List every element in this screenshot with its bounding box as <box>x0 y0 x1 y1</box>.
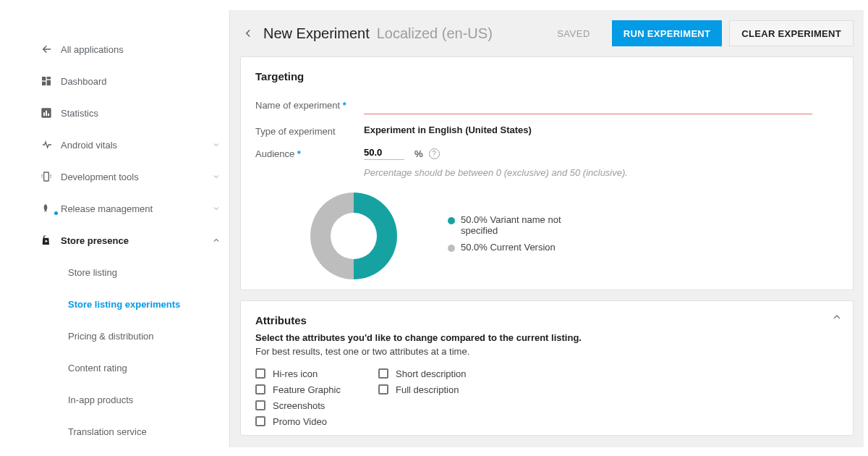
sidebar-item-development-tools[interactable]: Development tools <box>32 161 229 193</box>
sidebar-item-label: All applications <box>61 44 221 55</box>
audience-donut-chart <box>310 193 397 279</box>
clear-experiment-button[interactable]: CLEAR EXPERIMENT <box>729 20 854 46</box>
legend-text: 50.0% Variant name not specified <box>461 214 578 236</box>
chevron-down-icon <box>212 204 221 213</box>
sidebar-sub-label: In-app products <box>68 394 133 405</box>
attributes-help-bold: Select the attributes you'd like to chan… <box>255 332 838 343</box>
page-subtitle: Localized (en-US) <box>377 25 493 42</box>
back-arrow-icon <box>41 43 61 56</box>
targeting-heading: Targeting <box>255 70 838 83</box>
checkbox-icon <box>255 400 265 410</box>
checkbox-screenshots[interactable]: Screenshots <box>255 397 378 413</box>
sidebar-item-label: Store presence <box>61 235 212 246</box>
checkbox-label: Full description <box>396 384 459 395</box>
checkbox-label: Hi-res icon <box>273 368 318 379</box>
sidebar-item-android-vitals[interactable]: Android vitals <box>32 129 229 161</box>
sidebar-sub-content-rating[interactable]: Content rating <box>32 352 229 384</box>
swatch-icon <box>448 217 455 224</box>
store-icon <box>41 235 61 246</box>
checkbox-hires-icon[interactable]: Hi-res icon <box>255 366 378 381</box>
swatch-icon <box>448 245 455 252</box>
svg-rect-3 <box>42 82 46 85</box>
svg-rect-0 <box>42 77 46 80</box>
help-icon[interactable]: ? <box>429 148 440 159</box>
sidebar-sub-label: Translation service <box>68 426 147 437</box>
sidebar-item-label: Release management <box>61 203 212 214</box>
audience-label: Audience * <box>255 147 364 159</box>
checkbox-icon <box>378 368 388 379</box>
sidebar-sub-pricing-distribution[interactable]: Pricing & distribution <box>32 320 229 352</box>
attributes-help-plain: For best results, test one or two attrib… <box>255 346 838 357</box>
chevron-up-icon <box>212 236 221 245</box>
svg-rect-2 <box>47 80 51 85</box>
attributes-heading: Attributes <box>255 314 838 326</box>
svg-rect-7 <box>48 114 49 116</box>
audience-input[interactable] <box>364 147 404 160</box>
header-back-button[interactable] <box>236 21 260 46</box>
chevron-down-icon <box>212 172 221 181</box>
sidebar-item-label: Android vitals <box>61 140 212 151</box>
checkbox-label: Feature Graphic <box>273 384 341 395</box>
audience-hint: Percentage should be between 0 (exclusiv… <box>364 167 628 178</box>
legend-current: 50.0% Current Version <box>448 242 578 253</box>
sidebar-sub-translation-service[interactable]: Translation service <box>32 415 229 447</box>
main-content: New Experiment Localized (en-US) SAVED R… <box>230 10 864 447</box>
sidebar-sub-label: Content rating <box>68 363 127 373</box>
sidebar-sub-label: Pricing & distribution <box>68 331 154 342</box>
saved-status: SAVED <box>557 28 590 39</box>
sidebar-item-dashboard[interactable]: Dashboard <box>32 65 229 97</box>
sidebar-sub-label: Store listing <box>68 267 117 278</box>
targeting-card: Targeting Name of experiment * Type of e… <box>240 56 854 290</box>
type-of-experiment-value: Experiment in English (United States) <box>364 124 532 135</box>
chevron-up-icon[interactable] <box>831 311 843 323</box>
page-header: New Experiment Localized (en-US) SAVED R… <box>230 10 864 56</box>
checkbox-icon <box>378 384 388 394</box>
sidebar-item-label: Statistics <box>61 108 221 119</box>
checkbox-icon <box>255 384 265 394</box>
page-title: New Experiment <box>263 25 370 42</box>
chart-legend: 50.0% Variant name not specified 50.0% C… <box>448 214 578 258</box>
percent-symbol: % <box>414 148 423 159</box>
name-of-experiment-label: Name of experiment * <box>255 98 364 111</box>
audience-chart-row: 50.0% Variant name not specified 50.0% C… <box>255 188 838 287</box>
dashboard-icon <box>41 75 61 87</box>
chevron-down-icon <box>212 140 221 149</box>
svg-rect-6 <box>46 111 47 116</box>
checkbox-icon <box>255 368 265 379</box>
sidebar-sub-in-app-products[interactable]: In-app products <box>32 384 229 415</box>
sidebar-sub-label: Store listing experiments <box>68 299 180 310</box>
release-icon <box>41 203 61 214</box>
name-of-experiment-input[interactable] <box>364 98 812 114</box>
checkbox-label: Promo Video <box>273 416 327 427</box>
sidebar-item-label: Development tools <box>61 172 212 182</box>
legend-variant: 50.0% Variant name not specified <box>448 214 578 236</box>
attributes-card: Attributes Select the attributes you'd l… <box>240 300 854 436</box>
legend-text: 50.0% Current Version <box>461 242 556 253</box>
sidebar-item-release-management[interactable]: Release management <box>32 193 229 224</box>
checkbox-short-description[interactable]: Short description <box>378 366 501 381</box>
checkbox-label: Screenshots <box>273 400 325 411</box>
checkbox-label: Short description <box>396 368 467 379</box>
checkbox-icon <box>255 416 265 426</box>
svg-rect-5 <box>43 112 45 116</box>
sidebar-sub-store-listing[interactable]: Store listing <box>32 256 229 288</box>
sidebar-all-applications[interactable]: All applications <box>32 33 229 65</box>
svg-rect-1 <box>47 77 51 79</box>
sidebar-item-store-presence[interactable]: Store presence <box>32 224 229 256</box>
svg-rect-8 <box>44 172 49 181</box>
vitals-icon <box>41 139 61 151</box>
checkbox-feature-graphic[interactable]: Feature Graphic <box>255 381 378 397</box>
dev-tools-icon <box>41 171 61 182</box>
checkbox-promo-video[interactable]: Promo Video <box>255 413 378 429</box>
run-experiment-button[interactable]: RUN EXPERIMENT <box>612 20 723 46</box>
statistics-icon <box>41 107 61 119</box>
checkbox-full-description[interactable]: Full description <box>378 381 501 397</box>
type-of-experiment-label: Type of experiment <box>255 124 364 137</box>
sidebar-item-statistics[interactable]: Statistics <box>32 97 229 129</box>
sidebar-sub-store-listing-experiments[interactable]: Store listing experiments <box>32 288 229 320</box>
sidebar-item-label: Dashboard <box>61 76 221 87</box>
sidebar: All applications Dashboard Statistics An… <box>32 10 230 447</box>
